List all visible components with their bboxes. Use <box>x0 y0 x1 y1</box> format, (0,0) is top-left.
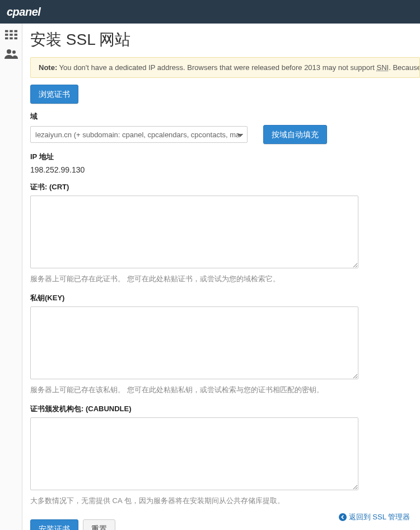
note-banner: Note: You don't have a dedicated IP addr… <box>30 57 420 78</box>
cpanel-logo: cPanel <box>7 6 40 18</box>
sni-term: SNI <box>377 63 389 72</box>
svg-point-10 <box>12 50 16 54</box>
crt-help: 服务器上可能已存在此证书。 您可在此处粘贴证书，或尝试为您的域检索它。 <box>30 273 420 285</box>
main-content: 安装 SSL 网站 Note: You don't have a dedicat… <box>22 24 420 530</box>
cabundle-label: 证书颁发机构包: (CABUNDLE) <box>30 404 420 414</box>
note-tail: . Because of this, <box>389 63 420 72</box>
svg-rect-4 <box>10 34 13 36</box>
icon-sidebar <box>0 24 22 530</box>
install-cert-button[interactable]: 安装证书 <box>30 519 78 530</box>
page-title: 安装 SSL 网站 <box>30 29 420 50</box>
svg-point-9 <box>7 49 11 54</box>
crt-label: 证书: (CRT) <box>30 182 420 192</box>
back-to-ssl-manager-link[interactable]: 返回到 SSL 管理器 <box>339 512 410 522</box>
cabundle-textarea[interactable] <box>30 417 358 490</box>
key-textarea[interactable] <box>30 306 358 379</box>
ip-label: IP 地址 <box>30 152 420 162</box>
ip-value: 198.252.99.130 <box>30 165 420 174</box>
circle-arrow-left-icon <box>339 513 347 521</box>
svg-rect-3 <box>5 34 8 36</box>
domain-select[interactable]: lezaiyun.cn (+ subdomain: cpanel, cpcale… <box>30 126 248 143</box>
note-text: You don't have a dedicated IP address. B… <box>57 63 376 72</box>
back-link-text: 返回到 SSL 管理器 <box>349 512 410 522</box>
autofill-by-domain-button[interactable]: 按域自动填充 <box>263 125 327 144</box>
svg-rect-0 <box>5 30 8 32</box>
svg-rect-6 <box>5 38 8 40</box>
domain-label: 域 <box>30 111 420 122</box>
svg-rect-7 <box>10 38 13 40</box>
svg-rect-8 <box>14 38 17 40</box>
key-label: 私钥(KEY) <box>30 293 420 303</box>
key-help: 服务器上可能已存在该私钥。 您可在此处粘贴私钥，或尝试检索与您的证书相匹配的密钥… <box>30 384 420 396</box>
note-label: Note: <box>39 63 57 72</box>
svg-rect-1 <box>10 30 13 32</box>
reset-button[interactable]: 重置 <box>83 519 115 530</box>
crt-textarea[interactable] <box>30 196 358 268</box>
users-icon[interactable] <box>4 48 18 59</box>
browse-cert-button[interactable]: 浏览证书 <box>30 85 78 104</box>
apps-grid-icon[interactable] <box>4 29 18 40</box>
svg-point-11 <box>339 513 347 521</box>
top-bar: cPanel <box>0 0 420 24</box>
svg-rect-2 <box>14 30 17 32</box>
cabundle-help: 大多数情况下，无需提供 CA 包，因为服务器将在安装期间从公共存储库提取。 <box>30 495 420 507</box>
svg-rect-5 <box>14 34 17 36</box>
